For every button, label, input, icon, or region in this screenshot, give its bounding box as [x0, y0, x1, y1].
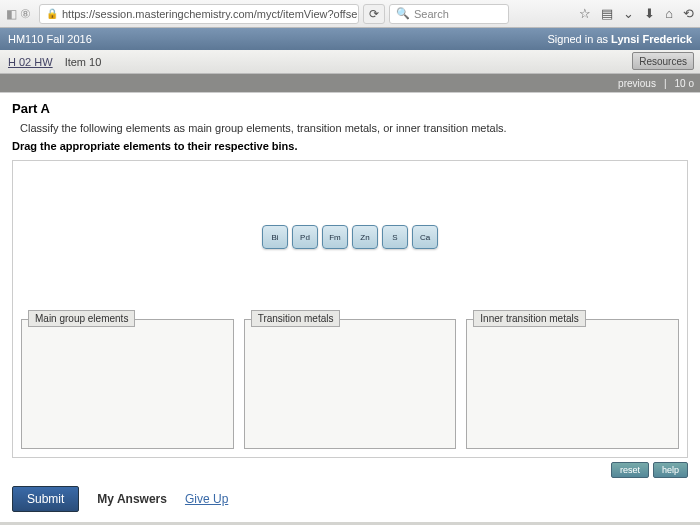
bin-label: Main group elements [28, 310, 135, 327]
reset-button[interactable]: reset [611, 462, 649, 478]
pocket-icon[interactable]: ⌄ [623, 6, 634, 21]
download-icon[interactable]: ⬇ [644, 6, 655, 21]
footer-actions: Submit My Answers Give Up [12, 486, 688, 512]
signed-in: Signed in as Lynsi Frederick [547, 33, 692, 45]
separator: | [664, 78, 667, 89]
resources-button[interactable]: Resources [632, 52, 694, 70]
browser-search[interactable]: 🔍 Search [389, 4, 509, 24]
tab-dot-icon: ⑧ [20, 7, 31, 21]
element-chip[interactable]: Ca [412, 225, 438, 249]
give-up-link[interactable]: Give Up [185, 492, 228, 506]
course-title: HM110 Fall 2016 [8, 33, 92, 45]
element-chip[interactable]: Pd [292, 225, 318, 249]
reload-button[interactable]: ⟳ [363, 4, 385, 24]
my-answers-link[interactable]: My Answers [97, 492, 167, 506]
drag-instruction: Drag the appropriate elements to their r… [12, 140, 688, 152]
previous-link[interactable]: previous [618, 78, 656, 89]
assignment-nav: H 02 HW Item 10 Resources [0, 50, 700, 74]
bin-inner-transition[interactable]: Inner transition metals [466, 319, 679, 449]
star-icon[interactable]: ☆ [579, 6, 591, 21]
instruction-text: Classify the following elements as main … [20, 122, 688, 134]
browser-toolbar: ◧ ⑧ 🔒 https://session.masteringchemistry… [0, 0, 700, 28]
home-icon[interactable]: ⌂ [665, 6, 673, 21]
tool-row: reset help [12, 462, 688, 478]
pager-bar: previous | 10 o [0, 74, 700, 92]
bin-main-group[interactable]: Main group elements [21, 319, 234, 449]
bin-label: Inner transition metals [473, 310, 585, 327]
browser-action-icons: ☆ ▤ ⌄ ⬇ ⌂ ⟲ [579, 6, 694, 21]
url-text: https://session.masteringchemistry.com/m… [62, 8, 357, 20]
chip-tray: Bi Pd Fm Zn S Ca [19, 225, 681, 249]
part-title: Part A [12, 101, 688, 116]
course-header: HM110 Fall 2016 Signed in as Lynsi Frede… [0, 28, 700, 50]
tab-dot-icon: ◧ [6, 7, 17, 21]
help-button[interactable]: help [653, 462, 688, 478]
element-chip[interactable]: Fm [322, 225, 348, 249]
page-counter: 10 o [675, 78, 694, 89]
sync-icon[interactable]: ⟲ [683, 6, 694, 21]
tab-indicators: ◧ ⑧ [6, 7, 31, 21]
bin-label: Transition metals [251, 310, 341, 327]
item-label: Item 10 [65, 56, 102, 68]
lock-icon: 🔒 [46, 8, 58, 19]
reload-icon: ⟳ [369, 7, 379, 21]
search-icon: 🔍 [396, 7, 410, 20]
content-area: Part A Classify the following elements a… [0, 92, 700, 522]
clipboard-icon[interactable]: ▤ [601, 6, 613, 21]
bin-row: Main group elements Transition metals In… [21, 319, 679, 449]
url-bar[interactable]: 🔒 https://session.masteringchemistry.com… [39, 4, 359, 24]
work-area: Bi Pd Fm Zn S Ca Main group elements Tra… [12, 160, 688, 458]
submit-button[interactable]: Submit [12, 486, 79, 512]
search-placeholder: Search [414, 8, 449, 20]
element-chip[interactable]: Zn [352, 225, 378, 249]
bin-transition[interactable]: Transition metals [244, 319, 457, 449]
hw-link[interactable]: H 02 HW [8, 56, 53, 68]
element-chip[interactable]: S [382, 225, 408, 249]
element-chip[interactable]: Bi [262, 225, 288, 249]
